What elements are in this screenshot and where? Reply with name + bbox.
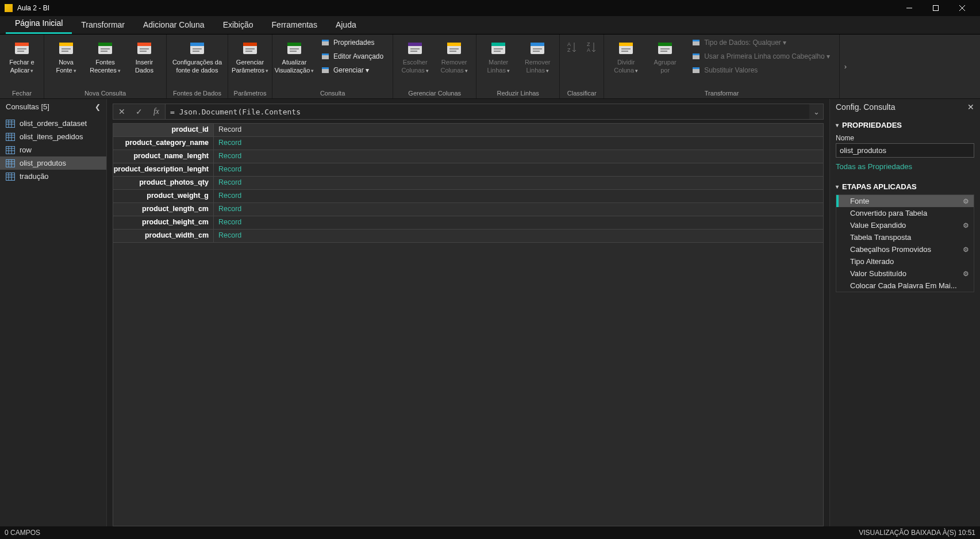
applied-step[interactable]: Tabela Transposta <box>836 231 974 243</box>
ribbon-button[interactable]: NovaFonte <box>48 37 84 83</box>
grid-value[interactable]: Record <box>214 216 823 229</box>
collapse-queries-icon[interactable]: ❮ <box>95 103 101 111</box>
ribbon-tab[interactable]: Ferramentas <box>263 17 326 34</box>
svg-text:A: A <box>587 47 590 53</box>
ribbon-button[interactable]: DividirColuna <box>608 37 644 83</box>
query-item[interactable]: tradução <box>0 170 106 183</box>
svg-rect-82 <box>6 146 15 154</box>
query-item[interactable]: olist_produtos <box>0 156 106 170</box>
ribbon-button-icon <box>96 39 114 58</box>
ribbon-button[interactable]: FontesRecentes <box>87 37 124 83</box>
applied-step[interactable]: Convertido para Tabela <box>836 207 974 219</box>
grid-row[interactable]: product_category_nameRecord <box>113 137 823 150</box>
ribbon-button[interactable]: ManterLinhas <box>480 37 517 83</box>
query-name-input[interactable] <box>836 143 974 158</box>
ribbon-button[interactable]: AtualizarVisualização <box>276 37 313 83</box>
ribbon-button-icon <box>656 39 674 58</box>
grid-value[interactable]: Record <box>214 230 823 242</box>
close-button[interactable] <box>949 0 975 16</box>
applied-step[interactable]: Value Expandido⚙ <box>836 219 974 231</box>
ribbon-tab[interactable]: Página Inicial <box>6 15 72 34</box>
formula-commit-icon[interactable]: ✓ <box>130 107 148 116</box>
svg-rect-49 <box>494 51 501 52</box>
svg-rect-35 <box>322 53 329 55</box>
ribbon-tab[interactable]: Transformar <box>72 17 134 34</box>
maximize-button[interactable] <box>923 0 949 16</box>
ribbon-mini-button[interactable]: Substituir Valores <box>689 64 832 76</box>
grid-value[interactable]: Record <box>214 203 823 216</box>
ribbon-mini-button[interactable]: Gerenciar ▾ <box>318 64 386 76</box>
ribbon-mini-button[interactable]: Tipo de Dados: Qualquer ▾ <box>689 37 832 48</box>
ribbon-tab[interactable]: Ajuda <box>326 17 366 34</box>
gear-icon[interactable]: ⚙ <box>963 270 969 278</box>
grid-row[interactable]: product_height_cmRecord <box>113 216 823 230</box>
ribbon-button[interactable]: Configurações dafonte de dados <box>170 37 224 83</box>
ribbon-button[interactable]: RemoverLinhas <box>519 37 556 83</box>
ribbon-button[interactable]: AZ <box>563 37 581 83</box>
grid-value[interactable]: Record <box>214 190 823 202</box>
ribbon-tab[interactable]: Exibição <box>214 17 263 34</box>
ribbon-tab[interactable]: Adicionar Coluna <box>134 17 214 34</box>
title-bar: Aula 2 - BI <box>0 0 980 16</box>
applied-step[interactable]: Tipo Alterado <box>836 255 974 267</box>
grid-row[interactable]: product_name_lenghtRecord <box>113 150 823 163</box>
minimize-button[interactable] <box>896 0 923 16</box>
gear-icon[interactable]: ⚙ <box>963 246 969 254</box>
formula-bar: ✕ ✓ fx = Json.Document(File.Contents ⌄ <box>113 104 824 120</box>
grid-row[interactable]: product_width_cmRecord <box>113 230 823 243</box>
ribbon-button[interactable]: EscolherColunas <box>397 37 433 83</box>
applied-step[interactable]: Colocar Cada Palavra Em Mai... <box>836 280 974 292</box>
svg-rect-27 <box>245 51 252 52</box>
gear-icon[interactable]: ⚙ <box>963 197 969 205</box>
grid-row[interactable]: product_weight_gRecord <box>113 190 823 203</box>
grid-value[interactable]: Record <box>214 137 823 150</box>
ribbon-button[interactable]: Fechar eAplicar <box>3 37 40 83</box>
ribbon-mini-button[interactable]: Propriedades <box>318 37 386 48</box>
all-properties-link[interactable]: Todas as Propriedades <box>836 162 974 171</box>
ribbon-expand-icon[interactable]: › <box>840 35 851 98</box>
query-item[interactable]: olist_orders_dataset <box>0 117 106 130</box>
formula-cancel-icon[interactable]: ✕ <box>113 107 130 116</box>
close-settings-icon[interactable]: ✕ <box>967 102 974 112</box>
svg-rect-29 <box>287 43 301 46</box>
query-item[interactable]: olist_itens_pedidos <box>0 130 106 143</box>
queries-title: Consultas [5] <box>6 102 49 111</box>
formula-input[interactable]: = Json.Document(File.Contents <box>165 104 809 119</box>
svg-rect-26 <box>245 48 255 49</box>
properties-header[interactable]: PROPRIEDADES <box>836 121 974 129</box>
ribbon-button[interactable]: Agruparpor <box>647 37 683 83</box>
svg-rect-40 <box>410 48 420 49</box>
ribbon-mini-button[interactable]: Usar a Primeira Linha como Cabeçalho ▾ <box>689 51 832 62</box>
grid-row[interactable]: product_length_cmRecord <box>113 203 823 216</box>
applied-steps-header[interactable]: ETAPAS APLICADAS <box>836 182 974 191</box>
ribbon-group-label: Reduzir Linhas <box>480 89 556 97</box>
svg-text:Z: Z <box>567 47 571 53</box>
ribbon-button[interactable]: InserirDados <box>126 37 163 83</box>
grid-value[interactable]: Record <box>214 163 823 176</box>
ribbon-button[interactable]: ZA <box>583 37 600 83</box>
formula-expand-icon[interactable]: ⌄ <box>809 108 823 116</box>
table-icon <box>6 120 15 128</box>
ribbon-button-icon <box>617 39 635 58</box>
ribbon-button-icon: AZ <box>563 39 581 58</box>
grid-value[interactable]: Record <box>214 177 823 189</box>
gear-icon[interactable]: ⚙ <box>963 221 969 230</box>
applied-step[interactable]: Fonte⚙ <box>836 195 974 207</box>
window-title: Aula 2 - BI <box>17 4 49 12</box>
data-grid[interactable]: product_idRecordproduct_category_nameRec… <box>113 123 824 526</box>
grid-row[interactable]: product_photos_qtyRecord <box>113 177 823 190</box>
applied-step[interactable]: Valor Substituído⚙ <box>836 267 974 280</box>
grid-value[interactable]: Record <box>214 124 823 136</box>
grid-key: product_height_cm <box>113 216 214 229</box>
fx-icon[interactable]: fx <box>148 107 165 116</box>
ribbon-button[interactable]: GerenciarParâmetros <box>232 37 268 83</box>
svg-rect-51 <box>531 43 544 46</box>
grid-value[interactable]: Record <box>214 150 823 163</box>
grid-row[interactable]: product_description_lenghtRecord <box>113 163 823 177</box>
ribbon-mini-button[interactable]: Editor Avançado <box>318 51 386 62</box>
ribbon-group-label: Classificar <box>563 89 600 97</box>
applied-step[interactable]: Cabeçalhos Promovidos⚙ <box>836 243 974 255</box>
ribbon-button[interactable]: RemoverColunas <box>436 37 472 83</box>
grid-row[interactable]: product_idRecord <box>113 124 823 137</box>
query-item[interactable]: row <box>0 143 106 156</box>
